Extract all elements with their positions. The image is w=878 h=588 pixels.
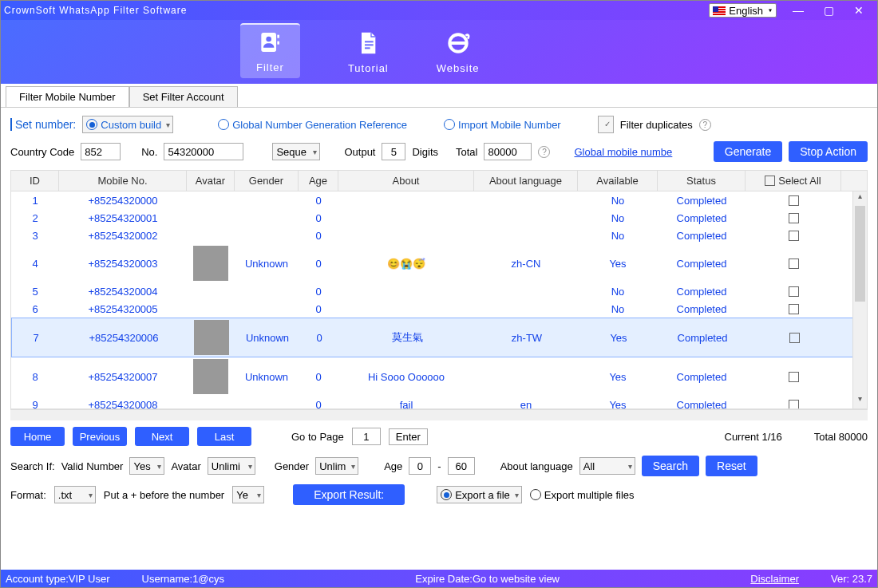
output-input[interactable]: [382, 143, 405, 160]
radio-custom-build[interactable]: Custom build: [82, 116, 173, 133]
help-icon[interactable]: ?: [699, 119, 711, 131]
toolbar-filter[interactable]: Filter: [240, 23, 300, 78]
next-button[interactable]: Next: [135, 427, 189, 446]
stop-action-button[interactable]: Stop Action: [789, 141, 868, 162]
toolbar-tutorial[interactable]: Tutorial: [348, 30, 389, 74]
radio-export-file[interactable]: Export a file: [437, 486, 522, 503]
radio-export-multi[interactable]: Export multiple files: [530, 489, 635, 501]
table-row[interactable]: 8+85254320007Unknown0Hi Sooo OoooooYesCo…: [11, 357, 867, 396]
row-checkbox[interactable]: [789, 195, 799, 206]
sequence-select[interactable]: Seque: [272, 143, 320, 160]
toolbar-website[interactable]: Website: [437, 30, 480, 74]
scroll-up-icon[interactable]: ▴: [853, 191, 867, 206]
row-checkbox[interactable]: [789, 231, 799, 241]
row-checkbox[interactable]: [789, 258, 799, 269]
generate-button[interactable]: Generate: [714, 141, 782, 162]
cell-id: 8: [11, 371, 59, 383]
chk-filter-duplicates[interactable]: [598, 116, 614, 133]
select-all-checkbox[interactable]: [765, 176, 775, 186]
radio-import[interactable]: Import Mobile Number: [444, 119, 561, 131]
row-checkbox[interactable]: [789, 333, 800, 343]
gender-select[interactable]: Unlim: [315, 457, 358, 475]
valid-number-select[interactable]: Yes: [129, 457, 164, 475]
cell-mobile: +85254320008: [59, 399, 187, 410]
age-from-input[interactable]: [409, 457, 431, 475]
row-checkbox[interactable]: [789, 400, 799, 410]
col-gender[interactable]: Gender: [235, 171, 299, 191]
no-input[interactable]: [164, 143, 243, 160]
col-status[interactable]: Status: [658, 171, 746, 191]
maximize-button[interactable]: ▢: [813, 2, 844, 18]
cell-status: Completed: [658, 332, 746, 344]
horizontal-scrollbar[interactable]: [10, 409, 868, 420]
cell-status: Completed: [658, 286, 746, 298]
table-row[interactable]: 7+85254320006Unknown0莫生氣zh-TWYesComplete…: [11, 318, 867, 357]
aboutlang-select[interactable]: All: [579, 457, 635, 475]
format-select[interactable]: .txt: [54, 486, 96, 503]
svg-rect-0: [262, 33, 277, 52]
valid-number-label: Valid Number: [61, 460, 124, 472]
table-row[interactable]: 9+852543200080failenYesCompleted: [11, 396, 867, 409]
help-icon-total[interactable]: ?: [538, 146, 550, 158]
col-age[interactable]: Age: [299, 171, 338, 191]
row-checkbox[interactable]: [789, 213, 799, 223]
country-code-input[interactable]: [81, 143, 121, 160]
current-page-label: Current 1/16: [725, 431, 782, 443]
cell-avatar: [187, 244, 235, 282]
tab-filter-mobile[interactable]: Filter Mobile Number: [6, 86, 129, 107]
reset-button[interactable]: Reset: [706, 456, 757, 476]
col-mobile[interactable]: Mobile No.: [59, 171, 187, 191]
cell-available: Yes: [578, 399, 658, 410]
col-aboutlang[interactable]: About language: [474, 171, 578, 191]
vertical-scrollbar[interactable]: ▴ ▾: [852, 191, 867, 408]
plus-select[interactable]: Ye: [232, 486, 264, 503]
col-selectall[interactable]: Select All: [746, 171, 841, 191]
age-label: Age: [384, 460, 402, 472]
cell-lang: zh-CN: [474, 258, 578, 270]
table-row[interactable]: 5+852543200040NoCompleted: [11, 282, 867, 300]
minimize-button[interactable]: —: [783, 2, 813, 18]
previous-button[interactable]: Previous: [73, 427, 127, 446]
avatar-select[interactable]: Unlimi: [208, 457, 255, 475]
row-checkbox[interactable]: [789, 372, 799, 382]
cell-available: Yes: [579, 332, 658, 344]
home-button[interactable]: Home: [10, 427, 65, 446]
table-row[interactable]: 2+852543200010NoCompleted: [11, 209, 867, 227]
table-row[interactable]: 1+852543200000NoCompleted: [11, 191, 867, 209]
cell-status: Completed: [658, 212, 746, 224]
search-button[interactable]: Search: [642, 456, 699, 476]
age-to-input[interactable]: [448, 457, 475, 475]
total-input[interactable]: [484, 143, 532, 160]
scroll-thumb[interactable]: [855, 206, 865, 302]
row-checkbox[interactable]: [789, 286, 799, 297]
col-available[interactable]: Available: [578, 171, 658, 191]
col-id[interactable]: ID: [11, 171, 59, 191]
last-button[interactable]: Last: [197, 427, 251, 446]
export-result-button[interactable]: Export Result:: [293, 484, 405, 505]
cell-mobile: +85254320003: [59, 258, 187, 270]
cell-available: Yes: [578, 258, 658, 270]
avatar-image: [194, 320, 229, 355]
language-selector[interactable]: English: [709, 3, 777, 18]
expire-date: Expire Date:Go to website view: [415, 573, 560, 585]
radio-global-ref[interactable]: Global Number Generation Reference: [218, 119, 407, 131]
col-avatar[interactable]: Avatar: [187, 171, 235, 191]
cell-age: 0: [299, 371, 338, 383]
close-button[interactable]: ✕: [844, 2, 874, 18]
enter-button[interactable]: Enter: [389, 428, 428, 445]
global-mobile-link[interactable]: Global mobile numbe: [574, 146, 672, 158]
goto-page-input[interactable]: [352, 428, 381, 445]
svg-rect-3: [278, 41, 280, 44]
scroll-down-icon[interactable]: ▾: [853, 394, 867, 408]
table-row[interactable]: 3+852543200020NoCompleted: [11, 227, 867, 244]
col-about[interactable]: About: [338, 171, 474, 191]
tab-set-filter-account[interactable]: Set Filter Account: [129, 86, 238, 107]
cell-mobile: +85254320006: [60, 332, 188, 344]
disclaimer-link[interactable]: Disclaimer: [750, 573, 799, 585]
row-checkbox[interactable]: [789, 304, 799, 314]
table-row[interactable]: 6+852543200050NoCompleted: [11, 300, 867, 318]
cell-age: 0: [299, 230, 338, 242]
cell-id: 5: [11, 286, 59, 298]
table-row[interactable]: 4+85254320003Unknown0😊😭😴zh-CNYesComplete…: [11, 244, 867, 282]
cell-avatar: [188, 318, 235, 357]
